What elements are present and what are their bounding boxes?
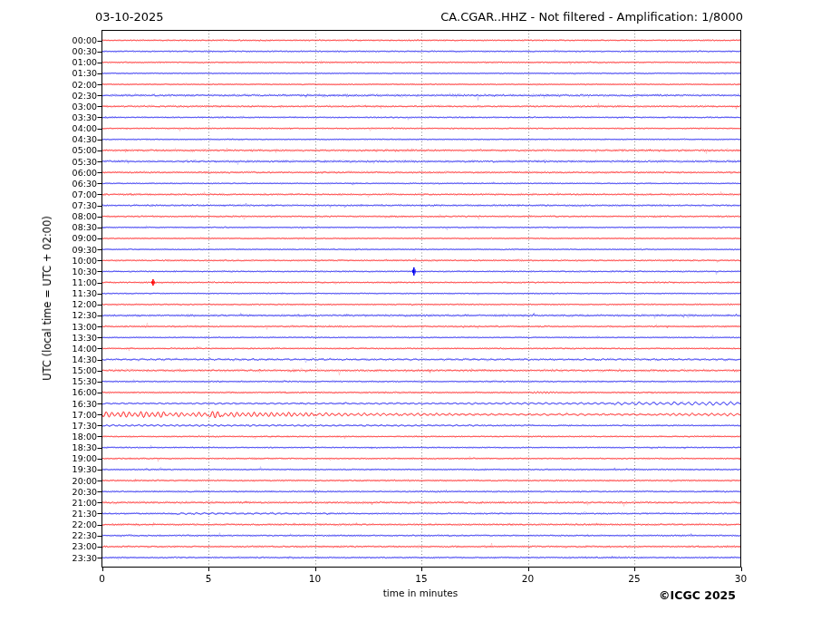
y-tick-label: 23:00 — [0, 541, 97, 551]
y-tick-label: 22:00 — [0, 519, 97, 529]
y-tick-label: 08:00 — [0, 211, 97, 221]
helicorder-figure: 03-10-2025 CA.CGAR..HHZ - Not filtered -… — [0, 0, 840, 631]
y-tick-label: 21:00 — [0, 498, 97, 508]
y-tick-label: 18:00 — [0, 432, 97, 442]
y-tick-label: 12:00 — [0, 299, 97, 309]
x-tick-label: 0 — [84, 573, 121, 584]
y-tick-label: 03:30 — [0, 112, 97, 122]
x-axis-label: time in minutes — [383, 587, 458, 598]
y-tick-label: 09:00 — [0, 233, 97, 243]
y-tick-label: 01:30 — [0, 68, 97, 78]
y-tick-label: 03:00 — [0, 102, 97, 112]
date-title: 03-10-2025 — [95, 10, 164, 24]
x-tick-label: 10 — [297, 573, 333, 584]
y-tick-label: 11:30 — [0, 288, 97, 298]
y-tick-label: 15:00 — [0, 365, 97, 375]
x-tick-label: 20 — [510, 573, 546, 584]
station-title: CA.CGAR..HHZ - Not filtered - Amplificat… — [440, 10, 743, 24]
y-tick-label: 09:30 — [0, 245, 97, 255]
helicorder-plot-canvas — [0, 0, 840, 631]
y-tick-label: 15:30 — [0, 376, 97, 386]
y-tick-label: 02:00 — [0, 80, 97, 90]
y-tick-label: 14:30 — [0, 354, 97, 364]
y-tick-label: 00:30 — [0, 46, 97, 56]
y-tick-label: 23:30 — [0, 553, 97, 563]
y-tick-label: 21:30 — [0, 509, 97, 519]
y-tick-label: 19:30 — [0, 464, 97, 474]
y-tick-label: 14:00 — [0, 344, 97, 354]
y-tick-label: 02:30 — [0, 91, 97, 101]
y-tick-label: 01:00 — [0, 57, 97, 67]
x-tick-label: 5 — [190, 573, 227, 584]
y-tick-label: 13:30 — [0, 333, 97, 343]
y-tick-label: 13:00 — [0, 322, 97, 332]
y-tick-label: 06:30 — [0, 179, 97, 189]
x-tick-label: 15 — [403, 573, 439, 584]
y-tick-label: 06:00 — [0, 168, 97, 178]
y-tick-label: 12:30 — [0, 310, 97, 320]
y-tick-label: 08:30 — [0, 222, 97, 232]
y-tick-label: 17:30 — [0, 421, 97, 431]
x-tick-label: 30 — [723, 573, 759, 584]
y-tick-label: 10:00 — [0, 256, 97, 266]
y-tick-label: 20:00 — [0, 476, 97, 486]
y-tick-label: 20:30 — [0, 487, 97, 497]
y-tick-label: 22:30 — [0, 530, 97, 540]
y-tick-label: 10:30 — [0, 267, 97, 277]
y-tick-label: 07:00 — [0, 189, 97, 199]
y-tick-label: 07:30 — [0, 200, 97, 210]
y-tick-label: 04:30 — [0, 134, 97, 144]
y-tick-label: 16:00 — [0, 387, 97, 397]
y-tick-label: 11:00 — [0, 277, 97, 287]
y-tick-label: 18:30 — [0, 442, 97, 452]
y-tick-label: 05:00 — [0, 145, 97, 155]
y-tick-label: 05:30 — [0, 157, 97, 167]
y-tick-label: 00:00 — [0, 35, 97, 45]
y-tick-label: 19:00 — [0, 453, 97, 463]
x-tick-label: 25 — [616, 573, 652, 584]
y-tick-label: 16:30 — [0, 399, 97, 409]
copyright-text: ©ICGC 2025 — [659, 588, 736, 602]
y-tick-label: 04:00 — [0, 123, 97, 133]
y-tick-label: 17:00 — [0, 410, 97, 420]
